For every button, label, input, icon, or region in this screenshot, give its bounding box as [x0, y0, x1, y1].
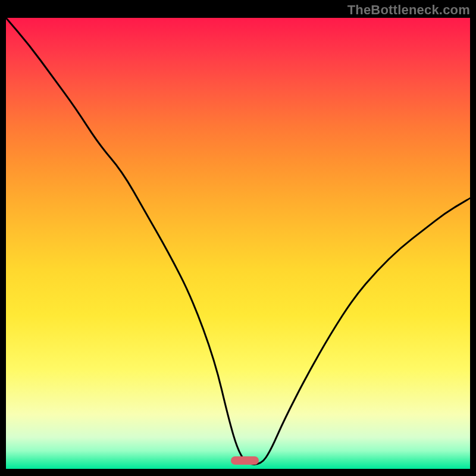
- chart-frame: TheBottleneck.com: [0, 0, 476, 476]
- bottleneck-curve: [6, 18, 470, 469]
- optimal-marker: [231, 456, 259, 465]
- curve-path: [6, 18, 470, 464]
- plot-area: [6, 18, 470, 469]
- watermark-text: TheBottleneck.com: [347, 2, 470, 18]
